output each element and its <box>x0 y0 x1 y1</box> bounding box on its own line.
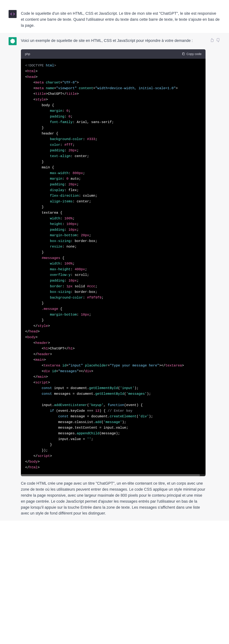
user-message-row: Code le squelette d'un site en HTML, CSS… <box>0 6 229 33</box>
copy-code-button[interactable]: Copy code <box>182 52 201 56</box>
svg-rect-0 <box>183 53 184 55</box>
horizontal-scrollbar[interactable] <box>21 474 205 476</box>
thumbs-up-icon <box>210 38 214 42</box>
assistant-outro-text: Ce code HTML crée une page avec un titre… <box>21 480 205 516</box>
chat-container: Code le squelette d'un site en HTML, CSS… <box>0 0 229 526</box>
user-avatar <box>9 10 17 18</box>
thumbs-up-button[interactable] <box>210 38 214 42</box>
code-block: php Copy code <!DOCTYPE html> <html> <he… <box>21 49 205 476</box>
thumbs-down-button[interactable] <box>216 38 220 42</box>
assistant-intro-text: Voici un exemple de squelette de site en… <box>21 38 205 44</box>
assistant-message-content: Voici un exemple de squelette de site en… <box>21 37 205 516</box>
thumbs-down-icon <box>216 38 220 42</box>
user-message-text: Code le squelette d'un site en HTML, CSS… <box>21 10 220 28</box>
scrollbar-thumb[interactable] <box>21 474 200 476</box>
copy-code-label: Copy code <box>186 52 201 56</box>
assistant-avatar <box>9 37 17 45</box>
clipboard-icon <box>182 52 185 56</box>
feedback-actions <box>210 37 220 42</box>
assistant-message-row: Voici un exemple de squelette de site en… <box>0 33 229 521</box>
code-language-label: php <box>25 52 30 56</box>
code-header: php Copy code <box>21 49 205 59</box>
code-body: <!DOCTYPE html> <html> <head> <meta char… <box>21 59 205 474</box>
